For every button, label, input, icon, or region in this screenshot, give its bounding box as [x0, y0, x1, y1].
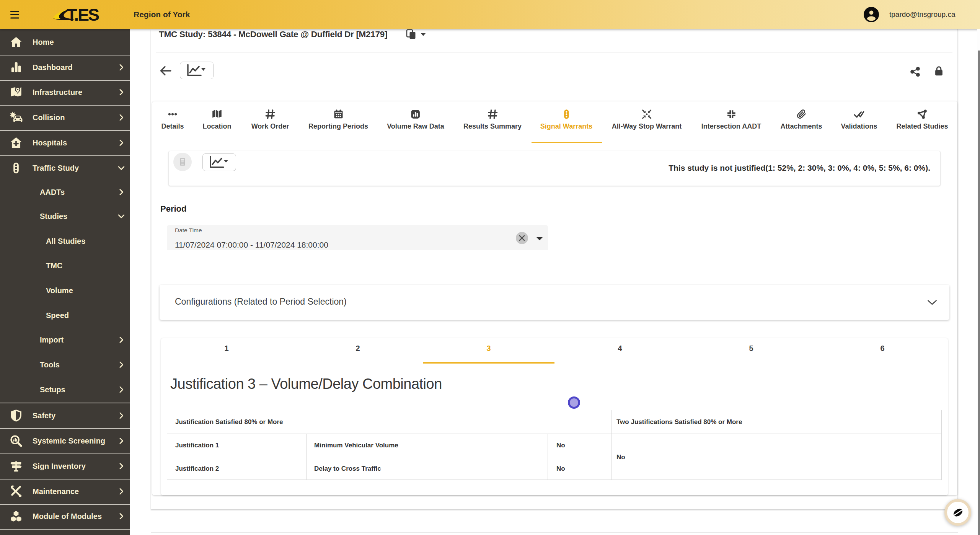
svg-text:T.ES: T.ES [67, 5, 99, 24]
